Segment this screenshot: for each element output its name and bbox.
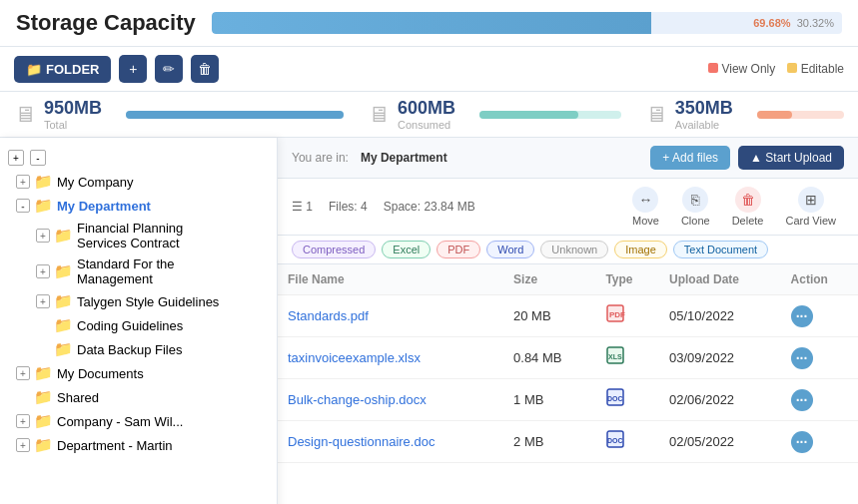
row-action-button[interactable]: ··· — [791, 305, 813, 327]
file-actions-group: ↔ Move ⎘ Clone 🗑 Delete ⊞ Card View — [624, 184, 844, 230]
toggle-talygen-style[interactable]: + — [36, 294, 50, 308]
folder-button[interactable]: 📁 FOLDER — [14, 56, 111, 83]
clone-button[interactable]: ⎘ Clone — [673, 184, 718, 230]
sidebar-item-financial-planning[interactable]: + 📁 Financial PlanningServices Contract — [0, 218, 277, 253]
add-folder-button[interactable]: + — [119, 55, 147, 83]
toggle-financial-planning[interactable]: + — [36, 229, 50, 243]
hdd-icon: 🖥 — [14, 102, 36, 128]
sidebar-item-my-department[interactable]: - 📁 My Department — [0, 194, 277, 218]
expand-all-button[interactable]: - — [30, 150, 46, 166]
file-link[interactable]: Bulk-change-oship.docx — [288, 392, 427, 407]
toolbar: 📁 FOLDER + ✏ 🗑 View Only Editable — [0, 47, 858, 92]
space-used: Space: 23.84 MB — [384, 200, 475, 214]
folder-icon: 📁 — [26, 62, 42, 77]
row-action-button[interactable]: ··· — [791, 431, 813, 453]
edit-folder-button[interactable]: ✏ — [155, 55, 183, 83]
folder-my-department-icon: 📁 — [34, 197, 53, 215]
sidebar-item-standard-management[interactable]: + 📁 Standard For theManagement — [0, 253, 277, 289]
sidebar-item-dept-martin[interactable]: + 📁 Department - Martin — [0, 433, 277, 457]
hdd-consumed-icon: 🖥 — [368, 102, 390, 128]
filter-unknown[interactable]: Unknown — [540, 241, 608, 258]
file-size: 0.84 MB — [503, 337, 595, 379]
filter-word[interactable]: Word — [486, 241, 534, 258]
toggle-my-department[interactable]: - — [16, 199, 30, 213]
sidebar-item-coding-guidelines[interactable]: 📁 Coding Guidelines — [0, 313, 277, 337]
sidebar-item-label: Coding Guidelines — [77, 318, 183, 333]
add-files-button[interactable]: + Add files — [650, 146, 730, 170]
file-link[interactable]: Standards.pdf — [288, 308, 369, 323]
move-icon: ↔ — [632, 187, 658, 213]
toggle-standard-mgmt[interactable]: + — [36, 264, 50, 278]
filter-text-document[interactable]: Text Document — [673, 241, 768, 258]
sidebar-item-label: Shared — [57, 390, 99, 405]
delete-icon: 🗑 — [735, 187, 761, 213]
filter-bar: Compressed Excel PDF Word Unknown Image … — [278, 236, 858, 264]
consumed-bar — [479, 111, 621, 119]
sidebar-item-label: Standard For theManagement — [77, 256, 175, 286]
file-link[interactable]: taxinvoiceexample.xlsx — [288, 350, 421, 365]
file-type-icon: DOC — [605, 391, 625, 411]
folder-dept-martin-icon: 📁 — [34, 436, 53, 454]
sidebar-item-my-documents[interactable]: + 📁 My Documents — [0, 361, 277, 385]
sidebar-item-company-sam[interactable]: + 📁 Company - Sam Wil... — [0, 409, 277, 433]
file-type: DOC — [595, 379, 659, 421]
file-type: XLS — [595, 337, 659, 379]
file-action: ··· — [781, 337, 858, 379]
filter-pdf[interactable]: PDF — [436, 241, 480, 258]
folder-label: FOLDER — [46, 62, 99, 77]
folder-my-company-icon: 📁 — [34, 173, 53, 191]
collapse-all-button[interactable]: + — [8, 150, 24, 166]
file-action: ··· — [781, 421, 858, 463]
folder-talygen-icon: 📁 — [54, 292, 73, 310]
folder-shared-icon: 📁 — [34, 388, 53, 406]
row-action-button[interactable]: ··· — [791, 347, 813, 369]
toggle-my-company[interactable]: + — [16, 175, 30, 189]
table-row: taxinvoiceexample.xlsx0.84 MBXLS03/09/20… — [278, 337, 858, 379]
file-link[interactable]: Design-questionnaire.doc — [288, 434, 434, 449]
sidebar-item-my-company[interactable]: + 📁 My Company — [0, 170, 277, 194]
filter-compressed[interactable]: Compressed — [292, 241, 376, 258]
file-size: 1 MB — [503, 379, 595, 421]
content-actions: + Add files ▲ Start Upload — [650, 146, 844, 170]
toggle-dept-martin[interactable]: + — [16, 438, 30, 452]
clone-icon: ⎘ — [682, 187, 708, 213]
col-type: Type — [595, 264, 659, 295]
view-options: View Only Editable — [708, 62, 844, 76]
file-type-icon: XLS — [605, 349, 625, 369]
capacity-bar: 69.68% 30.32% — [212, 12, 842, 34]
editable-label: Editable — [801, 62, 844, 76]
content-area: You are in: My Department + Add files ▲ … — [278, 138, 858, 504]
file-type-icon: PDF — [605, 307, 625, 327]
filter-image[interactable]: Image — [614, 241, 667, 258]
available-value: 350MB — [675, 98, 733, 119]
toggle-my-documents[interactable]: + — [16, 366, 30, 380]
card-view-icon: ⊞ — [798, 187, 824, 213]
breadcrumb-prefix: You are in: — [292, 151, 349, 165]
toggle-company-sam[interactable]: + — [16, 414, 30, 428]
start-upload-button[interactable]: ▲ Start Upload — [738, 146, 844, 170]
consumed-stat: 🖥 600MB Consumed — [368, 98, 455, 131]
consumed-value: 600MB — [398, 98, 455, 119]
file-type: PDF — [595, 295, 659, 337]
folder-num: ☰ 1 — [292, 200, 313, 214]
header: Storage Capacity 69.68% 30.32% — [0, 0, 858, 47]
sidebar-item-talygen-style[interactable]: + 📁 Talygen Style Guidelines — [0, 289, 277, 313]
move-button[interactable]: ↔ Move — [624, 184, 667, 230]
content-header: You are in: My Department + Add files ▲ … — [278, 138, 858, 179]
file-date: 02/05/2022 — [659, 421, 781, 463]
sidebar-item-data-backup[interactable]: 📁 Data Backup Files — [0, 337, 277, 361]
sidebar-item-label: Data Backup Files — [77, 342, 183, 357]
sidebar-item-shared[interactable]: 📁 Shared — [0, 385, 277, 409]
delete-button[interactable]: 🗑 Delete — [724, 184, 772, 230]
file-action: ··· — [781, 379, 858, 421]
card-view-button[interactable]: ⊞ Card View — [777, 184, 844, 230]
breadcrumb-location: My Department — [361, 151, 447, 165]
filter-excel[interactable]: Excel — [382, 241, 430, 258]
page-title: Storage Capacity — [16, 10, 196, 36]
svg-text:DOC: DOC — [607, 395, 623, 402]
sidebar-tree: + - + 📁 My Company - 📁 My Department + 📁… — [0, 138, 278, 504]
folder-standard-icon: 📁 — [54, 262, 73, 280]
row-action-button[interactable]: ··· — [791, 389, 813, 411]
delete-folder-button[interactable]: 🗑 — [191, 55, 219, 83]
file-date: 05/10/2022 — [659, 295, 781, 337]
